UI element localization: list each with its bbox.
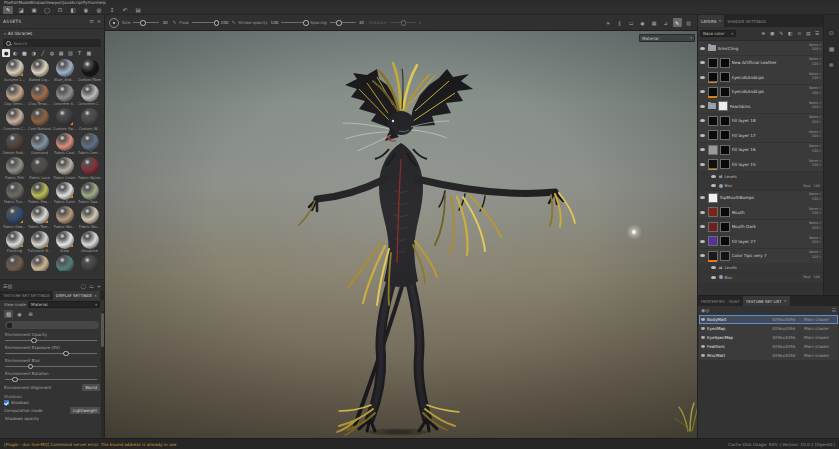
- viewport-toolbar-icon[interactable]: ▨: [684, 18, 693, 27]
- asset-filter-icon[interactable]: ◑: [30, 49, 38, 57]
- stroke-opacity-slider[interactable]: [281, 19, 307, 27]
- dock-rail-icon[interactable]: ▦: [829, 45, 835, 52]
- asset-item[interactable]: Gouache: [77, 231, 102, 254]
- layer-action-icon[interactable]: ▣: [769, 30, 777, 38]
- asset-item[interactable]: Fabric Linen: [52, 157, 77, 180]
- texture-set-row[interactable]: BodyMatt 4096x4096 Main shader: [699, 315, 838, 324]
- asset-filter-icon[interactable]: ▧: [66, 49, 74, 57]
- viewport-toolbar-icon[interactable]: ◉: [638, 18, 647, 27]
- opacity-dropdown[interactable]: 100: [812, 241, 821, 245]
- channel-dropdown[interactable]: Base color: [700, 30, 736, 37]
- opacity-dropdown[interactable]: 100: [812, 227, 821, 231]
- tab-texture-set-list[interactable]: TEXTURE SET LIST✕: [743, 296, 790, 306]
- asset-item[interactable]: Fabric Seq...: [2, 206, 27, 229]
- asset-item[interactable]: Fabric Felt: [2, 157, 27, 180]
- opacity-dropdown[interactable]: 100: [812, 164, 821, 168]
- layer-row[interactable]: Fill layer 17 Norm100: [698, 128, 823, 142]
- asset-item[interactable]: Flocking: [2, 231, 27, 254]
- asset-item[interactable]: Fabric Coat: [52, 133, 77, 156]
- display-mode-icon[interactable]: ◉: [15, 310, 24, 318]
- visibility-eye-icon[interactable]: [701, 336, 705, 339]
- asset-item[interactable]: Concrete C...: [2, 108, 27, 131]
- view-mode-dropdown[interactable]: Material: [28, 301, 100, 308]
- asset-item[interactable]: Fabric Wo...: [52, 206, 77, 229]
- scrollbar[interactable]: [101, 311, 104, 438]
- tab-layers[interactable]: LAYERS✕: [698, 15, 724, 27]
- size-value[interactable]: 30: [162, 20, 169, 25]
- tool-icon[interactable]: ◪: [16, 6, 26, 14]
- blend-mode-dropdown[interactable]: Repl: [803, 184, 810, 188]
- size-slider[interactable]: [133, 19, 159, 27]
- all-libraries-dropdown[interactable]: ▾ All libraries: [0, 29, 104, 38]
- visibility-eye-icon[interactable]: [700, 148, 705, 151]
- opacity-dropdown[interactable]: 100: [812, 256, 821, 260]
- opacity-dropdown[interactable]: 100: [812, 77, 821, 81]
- layer-effect-row[interactable]: Blur Repl100: [698, 273, 823, 282]
- tool-icon[interactable]: ◉: [81, 6, 91, 14]
- tool-icon[interactable]: ↶: [120, 6, 130, 14]
- asset-filter-icon[interactable]: ▦: [57, 49, 65, 57]
- texture-set-row[interactable]: MiscMatt 4096x4096 Main shader: [699, 351, 838, 360]
- search-input[interactable]: Search: [3, 39, 101, 47]
- visibility-eye-icon[interactable]: [711, 184, 716, 187]
- environment-map-selector[interactable]: [5, 321, 99, 329]
- visibility-eye-icon[interactable]: [700, 47, 705, 50]
- assets-footer-icon[interactable]: +: [97, 283, 101, 289]
- asset-filter-icon[interactable]: ●: [2, 49, 10, 57]
- asset-item[interactable]: Cork Natural: [27, 108, 52, 131]
- flow-value[interactable]: 100: [221, 20, 229, 25]
- visibility-eye-icon[interactable]: [700, 134, 705, 137]
- layer-action-icon[interactable]: ◧: [787, 30, 795, 38]
- asset-item[interactable]: [77, 255, 102, 271]
- brush-preview-icon[interactable]: [109, 18, 119, 28]
- asset-item[interactable]: Fabric Pea...: [27, 182, 52, 205]
- visibility-eye-icon[interactable]: [700, 105, 705, 108]
- tool-icon[interactable]: ◯: [42, 6, 52, 14]
- assets-footer-icon[interactable]: ▭: [89, 283, 94, 289]
- visibility-eye-icon[interactable]: [700, 211, 705, 214]
- viewport-toolbar-icon[interactable]: ∥: [615, 18, 624, 27]
- asset-item[interactable]: Fabric Spa...: [77, 182, 102, 205]
- asset-item[interactable]: Concrete C...: [77, 84, 102, 107]
- texture-set-row[interactable]: Feathers 4096x4096 Main shader: [699, 342, 838, 351]
- layer-row[interactable]: EyeLidsAndLips Norm100: [698, 70, 823, 84]
- asset-item[interactable]: Fabric Nylon: [77, 157, 102, 180]
- layer-row[interactable]: Mouth Norm100: [698, 205, 823, 219]
- tool-icon[interactable]: ⊡: [55, 6, 65, 14]
- asset-item[interactable]: Clay Terac...: [27, 84, 52, 107]
- visibility-eye-icon[interactable]: [700, 90, 705, 93]
- layer-row[interactable]: Fill layer 27 Norm100: [698, 234, 823, 248]
- visibility-eye-icon[interactable]: [700, 225, 705, 228]
- env-slider[interactable]: [5, 350, 97, 356]
- asset-item[interactable]: Diamond: [27, 133, 52, 156]
- close-icon[interactable]: ✕: [97, 19, 101, 24]
- viewport-toolbar-icon[interactable]: ⊿: [661, 18, 670, 27]
- close-icon[interactable]: ✕: [784, 299, 787, 303]
- visibility-eye-icon[interactable]: [700, 254, 705, 257]
- asset-item[interactable]: Fabric Den...: [77, 133, 102, 156]
- opacity-dropdown[interactable]: 100: [812, 212, 821, 216]
- dock-icon[interactable]: ⊡: [90, 19, 94, 24]
- viewport-toolbar-icon[interactable]: ✎: [673, 18, 682, 27]
- env-slider[interactable]: [5, 337, 97, 343]
- layer-row[interactable]: EyeLidsAndLips Norm100: [698, 85, 823, 99]
- asset-filter-icon[interactable]: T: [76, 49, 84, 57]
- filter-icon[interactable]: ☷: [832, 308, 836, 313]
- visibility-eye-icon[interactable]: [700, 76, 705, 79]
- display-mode-icon[interactable]: ⊞: [26, 310, 35, 318]
- opacity-dropdown[interactable]: 100: [812, 92, 821, 96]
- environment-alignment-dropdown[interactable]: World: [82, 384, 100, 391]
- visibility-eye-icon[interactable]: [701, 327, 705, 330]
- layer-row[interactable]: Fill layer 16 Norm100: [698, 143, 823, 157]
- asset-item[interactable]: Concrete A...: [52, 84, 77, 107]
- asset-item[interactable]: Baked Lig...: [27, 59, 52, 82]
- asset-item[interactable]: Autumn L...: [2, 59, 27, 82]
- asset-item[interactable]: Denim Rob...: [2, 133, 27, 156]
- close-icon[interactable]: ✕: [718, 19, 721, 23]
- texture-set-toolbar-icon[interactable]: ◎: [705, 308, 709, 313]
- tool-icon[interactable]: ✎: [3, 6, 13, 14]
- layer-action-icon[interactable]: ⊙: [796, 30, 804, 38]
- layer-effect-row[interactable]: Blur Repl100: [698, 181, 823, 190]
- viewport-toolbar-icon[interactable]: ☀: [604, 18, 613, 27]
- asset-item[interactable]: Carbon Fiber: [77, 59, 102, 82]
